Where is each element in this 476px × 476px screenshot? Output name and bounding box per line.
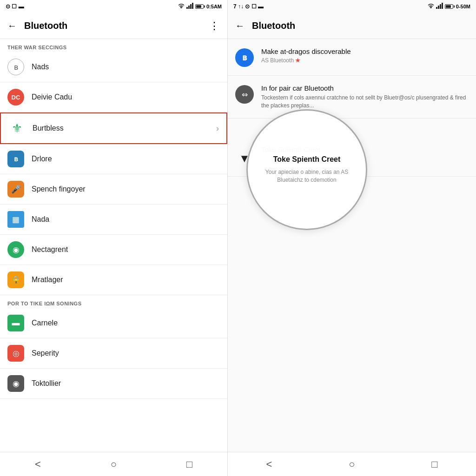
left-status-app-icons: ⊙ ☐ ▬ (6, 3, 24, 10)
right-item-toke[interactable]: ▼ Toke Spienth Creet Toke Spienth Creet … (228, 137, 476, 177)
right-top-bar: ← Bluetooth (228, 13, 476, 39)
right-battery-icon (445, 4, 453, 9)
left-home-nav-button[interactable]: ○ (99, 455, 128, 474)
right-page-title: Bluetooth (252, 20, 469, 31)
left-page-title: Bluetooth (24, 20, 202, 31)
settings-item-carnele[interactable]: ▬ Carnele (0, 308, 227, 338)
circle-desc: Your apieciae o abine, cias an AS Blueta… (259, 168, 355, 184)
left-top-bar: ← Bluetooth ⋮ (0, 13, 227, 39)
right-recents-nav-button[interactable]: □ (420, 455, 449, 474)
right-bottom-nav: < ○ □ (228, 452, 476, 476)
burtbless-arrow-icon: › (216, 124, 219, 133)
nads-icon: ʙ (7, 59, 24, 75)
left-signal-icon (186, 3, 193, 10)
settings-item-nectagrent[interactable]: ◉ Nectagrent (0, 235, 227, 265)
nectagrent-label: Nectagrent (32, 245, 220, 254)
right-status-right: 0-50M (428, 3, 470, 10)
burtbless-icon: ⚜ (8, 120, 25, 137)
pair-car-icon: ⇔ (235, 85, 254, 104)
carnele-label: Carnele (32, 319, 220, 327)
left-more-button[interactable]: ⋮ (209, 20, 220, 32)
left-battery-icon (195, 4, 204, 9)
pair-car-desc: Tockestern if cols axennui cratchne to n… (261, 94, 469, 110)
deivie-cadu-label: Deivie Cadu (32, 93, 220, 101)
deivie-cadu-icon: DC (7, 89, 24, 106)
settings-item-deivie-cadu[interactable]: DC Deivie Cadu (0, 82, 227, 112)
left-wifi-icon (178, 3, 185, 10)
right-panel: 7 ↑↓ ⊙ ☐ ▬ 0-50M ← Bluetooth ʙ Make at-d… (228, 0, 476, 476)
settings-item-mratlager[interactable]: 🔒 Mratlager (0, 265, 227, 295)
right-time: 0-50M (456, 4, 470, 9)
spench-label: Spench fingoyer (32, 185, 220, 193)
seperity-icon: ◎ (7, 345, 24, 362)
toktollier-label: Toktollier (32, 379, 220, 388)
left-recents-nav-button[interactable]: □ (175, 455, 204, 474)
right-status-bar: 7 ↑↓ ⊙ ☐ ▬ 0-50M (228, 0, 476, 13)
right-signal-icon (436, 3, 443, 10)
settings-item-burtbless[interactable]: ⚜ Burtbless › (0, 112, 227, 144)
left-bottom-nav: < ○ □ (0, 452, 227, 476)
right-back-nav-button[interactable]: < (255, 455, 283, 474)
left-section-header-2: POR TO TIKE IΩM SONINGS (0, 295, 227, 308)
left-status-bar: ⊙ ☐ ▬ 0:5AM (0, 0, 227, 13)
discoverable-bluetooth-icon: ʙ (235, 48, 254, 67)
settings-item-nads[interactable]: ʙ Nads (0, 52, 227, 82)
discoverable-subtitle: AS Bluetooth ★ (261, 57, 469, 64)
settings-item-nada[interactable]: ▦ Nada (0, 205, 227, 235)
nada-label: Nada (32, 215, 220, 224)
circle-title: Toke Spienth Creet (273, 155, 341, 164)
right-status-app-icons: 7 ↑↓ ⊙ ☐ ▬ (233, 3, 264, 10)
nada-icon: ▦ (7, 211, 24, 228)
burtbless-label: Burtbless (33, 124, 216, 132)
left-status-icons: ⊙ ☐ ▬ (6, 3, 24, 10)
discoverable-content: Make at-dragos discoverable AS Bluetooth… (261, 47, 469, 64)
mratlager-icon: 🔒 (7, 271, 24, 288)
discoverable-title: Make at-dragos discoverable (261, 47, 469, 55)
settings-item-seperity[interactable]: ◎ Seperity (0, 338, 227, 369)
right-item-pair-car[interactable]: ⇔ In for pair car Bluetooth Tockestern i… (228, 76, 476, 119)
left-section-header-1: THER WAR SECCINGS (0, 39, 227, 52)
mratlager-label: Mratlager (32, 276, 220, 284)
settings-item-spench[interactable]: 🎤 Spench fingoyer (0, 174, 227, 205)
toke-circle-overlay: Toke Spienth Creet Your apieciae o abine… (246, 109, 367, 230)
toktollier-icon: ◉ (7, 375, 24, 392)
right-home-nav-button[interactable]: ○ (337, 455, 366, 474)
left-status-right: 0:5AM (178, 3, 222, 10)
drlore-icon: ʙ (7, 151, 24, 167)
nectagrent-icon: ◉ (7, 241, 24, 258)
right-status-icons: 7 ↑↓ ⊙ ☐ ▬ (233, 3, 264, 10)
discoverable-star: ★ (295, 57, 300, 64)
pair-car-content: In for pair car Bluetooth Tockestern if … (261, 84, 469, 110)
carnele-icon: ▬ (7, 315, 24, 331)
right-item-discoverable[interactable]: ʙ Make at-dragos discoverable AS Bluetoo… (228, 39, 476, 76)
spench-icon: 🎤 (7, 181, 24, 198)
left-back-button[interactable]: ← (7, 20, 17, 31)
nads-label: Nads (32, 63, 220, 71)
left-back-nav-button[interactable]: < (24, 455, 52, 474)
seperity-label: Seperity (32, 349, 220, 357)
settings-item-drlore[interactable]: ʙ Drlore (0, 144, 227, 174)
pair-car-title: In for pair car Bluetooth (261, 84, 469, 92)
left-time: 0:5AM (206, 4, 222, 9)
right-wifi-icon (428, 3, 434, 10)
drlore-label: Drlore (32, 155, 220, 163)
left-panel: ⊙ ☐ ▬ 0:5AM ← Bluetooth ⋮ THER WAR SECCI… (0, 0, 228, 476)
settings-item-toktollier[interactable]: ◉ Toktollier (0, 369, 227, 399)
right-back-button[interactable]: ← (235, 20, 245, 31)
